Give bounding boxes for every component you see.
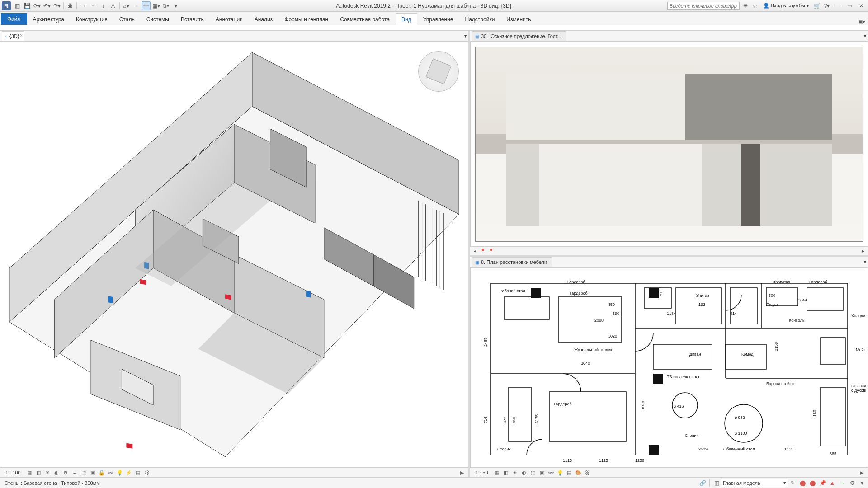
view-scale[interactable]: 1 : 50 <box>473 470 491 475</box>
ribbon-tab-steel[interactable]: Сталь <box>113 13 141 25</box>
viewport-render[interactable] <box>470 42 868 247</box>
panel-menu-icon[interactable]: ▾ <box>864 33 866 38</box>
sun-path-icon[interactable]: ☀ <box>511 469 519 476</box>
file-tab[interactable]: Файл <box>1 13 27 25</box>
scroll-right-icon[interactable]: ▶ <box>458 469 466 476</box>
qat-text-icon[interactable]: A <box>108 1 118 10</box>
filter-icon[interactable]: ▼ <box>858 479 866 487</box>
qat-save-icon[interactable]: 💾 <box>23 1 32 10</box>
qat-open-icon[interactable]: ▥ <box>13 1 22 10</box>
viewport-3d[interactable] <box>0 42 468 468</box>
svg-rect-55 <box>653 374 663 384</box>
minimize-button[interactable]: — <box>833 2 843 10</box>
qat-close-hidden-icon[interactable]: ▦▾ <box>151 1 160 10</box>
sun-path-icon[interactable]: ☀ <box>44 469 51 476</box>
qat-redo-icon[interactable]: ↷▾ <box>52 1 61 10</box>
design-option-icon[interactable]: ⬤ <box>798 479 807 487</box>
workset-icon[interactable]: ▥ <box>712 479 721 487</box>
worksharing-display-icon[interactable]: ▤ <box>134 469 142 476</box>
crop-region-icon[interactable]: ▣ <box>89 469 96 476</box>
workset-dropdown[interactable]: Главная модель▾ <box>721 479 788 487</box>
qat-switch-window-icon[interactable]: ⧉▾ <box>161 1 170 10</box>
detail-level-icon[interactable]: ▦ <box>493 469 500 476</box>
exchange-apps-icon[interactable]: 🛒 <box>813 2 821 10</box>
view-tab-3d[interactable]: ⌂ {3D} × <box>2 31 24 41</box>
ribbon-tab-collaborate[interactable]: Совместная работа <box>334 13 396 25</box>
ribbon-tab-annotate[interactable]: Аннотации <box>210 13 249 25</box>
ribbon-tab-systems[interactable]: Системы <box>141 13 175 25</box>
nav-marker2-icon[interactable]: 📍 <box>488 249 494 253</box>
qat-align-icon[interactable]: ≡ <box>89 1 98 10</box>
ribbon-tab-analyze[interactable]: Анализ <box>249 13 279 25</box>
reveal-constraints-icon[interactable]: ⛓ <box>584 469 591 476</box>
qat-dimension-icon[interactable]: ↕ <box>99 1 108 10</box>
detail-level-icon[interactable]: ▦ <box>26 469 33 476</box>
ribbon-collapse-button[interactable]: ▣▾ <box>858 19 865 25</box>
close-button[interactable]: ✕ <box>856 2 866 10</box>
qat-section-icon[interactable]: → <box>132 1 141 10</box>
worksharing-display-icon[interactable]: ▤ <box>566 469 573 476</box>
qat-measure-icon[interactable]: ↔ <box>79 1 88 10</box>
nav-marker-icon[interactable]: 📍 <box>480 249 486 253</box>
qat-thin-lines-icon[interactable]: ≡≡ <box>142 1 151 10</box>
qat-separator <box>76 2 77 9</box>
select-links-icon[interactable]: 🔗 <box>698 479 707 487</box>
crop-region-icon[interactable]: ▣ <box>538 469 546 476</box>
qat-default3d-icon[interactable]: ⌂▾ <box>122 1 131 10</box>
viewport-floorplan[interactable]: Рабочий стол Гардероб Гардероб Унитаз Кр… <box>470 267 868 468</box>
qat-sync-icon[interactable]: ⟳▾ <box>33 1 42 10</box>
reveal-constraints-icon[interactable]: ⛓ <box>143 469 151 476</box>
select-face-icon[interactable]: ▲ <box>828 479 836 487</box>
svg-text:Мойка: Мойка <box>856 347 866 352</box>
ribbon-tab-insert[interactable]: Вставить <box>175 13 210 25</box>
viewcube[interactable] <box>418 51 459 92</box>
ribbon-tab-structure[interactable]: Конструкция <box>70 13 113 25</box>
panel-menu-icon[interactable]: ▾ <box>464 33 467 38</box>
search-input[interactable] <box>667 2 740 10</box>
editable-only-icon[interactable]: ✎ <box>788 479 797 487</box>
temp-hide-icon[interactable]: 👓 <box>107 469 114 476</box>
view-tab-render-sheet[interactable]: ▤ 30 - Эскизное предложение. Гост... <box>472 31 566 41</box>
ribbon-tab-architecture[interactable]: Архитектура <box>27 13 71 25</box>
close-tab-icon[interactable]: × <box>20 33 23 38</box>
view-tab-floorplan[interactable]: ▦ 8. План расстановки мебели <box>472 257 552 267</box>
visual-style-icon[interactable]: ◧ <box>35 469 42 476</box>
ribbon-tab-addins[interactable]: Надстройки <box>459 13 501 25</box>
analytical-icon[interactable]: ⚡ <box>125 469 132 476</box>
svg-text:372: 372 <box>503 417 507 423</box>
qat-print-icon[interactable]: 🖶 <box>66 1 75 10</box>
qat-undo-icon[interactable]: ↶▾ <box>42 1 52 10</box>
nav-left-icon[interactable]: ◄ <box>473 249 477 253</box>
ribbon-tab-view[interactable]: Вид <box>396 13 417 25</box>
nav-right-icon[interactable]: ► <box>861 249 865 253</box>
qat-customize-icon[interactable]: ▾ <box>171 1 180 10</box>
panel-menu-icon[interactable]: ▾ <box>864 259 866 264</box>
infocenter-icon[interactable]: ✳ <box>741 2 750 10</box>
shadows-icon[interactable]: ◐ <box>53 469 60 476</box>
favorite-icon[interactable]: ☆ <box>751 2 760 10</box>
scroll-right-icon[interactable]: ▶ <box>858 469 865 476</box>
view-scale[interactable]: 1 : 100 <box>3 470 24 475</box>
restore-button[interactable]: ▭ <box>844 2 854 10</box>
unlock-3d-icon[interactable]: 🔓 <box>98 469 105 476</box>
exclude-option-icon[interactable]: ⬤ <box>808 479 816 487</box>
background-process-icon[interactable]: ⚙ <box>848 479 856 487</box>
color-fill-icon[interactable]: 🎨 <box>575 469 582 476</box>
temp-hide-icon[interactable]: 👓 <box>547 469 555 476</box>
visual-style-icon[interactable]: ◧ <box>502 469 509 476</box>
ribbon-tab-massing[interactable]: Формы и генплан <box>278 13 334 25</box>
ribbon-tab-modify[interactable]: Изменить <box>500 13 537 25</box>
reveal-hidden-icon[interactable]: 💡 <box>116 469 123 476</box>
render-dialog-icon[interactable]: ⚙ <box>62 469 69 476</box>
shadows-icon[interactable]: ◐ <box>520 469 528 476</box>
render-cloud-icon[interactable]: ☁ <box>71 469 78 476</box>
crop-view-icon[interactable]: ⬚ <box>529 469 537 476</box>
help-icon[interactable]: ?▾ <box>823 2 831 10</box>
select-pinned-icon[interactable]: 📌 <box>818 479 826 487</box>
ribbon-tab-manage[interactable]: Управление <box>417 13 459 25</box>
svg-text:Гардероб: Гардероб <box>570 291 588 296</box>
reveal-hidden-icon[interactable]: 💡 <box>557 469 564 476</box>
drag-elements-icon[interactable]: ↔ <box>838 479 846 487</box>
crop-view-icon[interactable]: ⬚ <box>80 469 87 476</box>
sign-in-button[interactable]: 👤Вход в службы ▾ <box>761 3 811 9</box>
